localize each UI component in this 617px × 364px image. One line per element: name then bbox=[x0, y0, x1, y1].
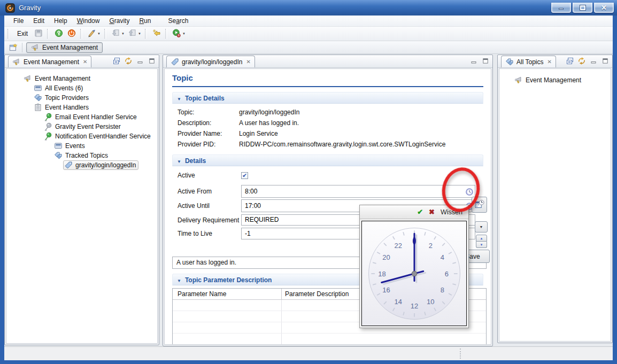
status-bar bbox=[4, 346, 613, 360]
menu-gravity[interactable]: Gravity bbox=[104, 16, 134, 26]
topics-tree: Event Management bbox=[499, 69, 611, 85]
svg-text:4: 4 bbox=[440, 253, 444, 261]
import-button[interactable] bbox=[110, 28, 126, 40]
active-from-value: 8:00 bbox=[245, 188, 257, 195]
cancel-button[interactable]: ✖ bbox=[429, 208, 435, 216]
run-button[interactable] bbox=[171, 28, 187, 40]
section-details[interactable]: Details bbox=[172, 154, 483, 166]
tree-item-label: Tracked Topics bbox=[65, 152, 108, 159]
svg-text:16: 16 bbox=[382, 285, 390, 293]
svg-text:20: 20 bbox=[382, 253, 390, 261]
open-perspective-button[interactable] bbox=[9, 43, 18, 52]
active-checkbox[interactable] bbox=[241, 172, 248, 179]
tree-item[interactable]: Event Management bbox=[499, 75, 611, 85]
perspective-event-management[interactable]: Event Management bbox=[26, 42, 103, 53]
annotate-button[interactable] bbox=[86, 28, 102, 40]
menu-run[interactable]: Run bbox=[134, 16, 156, 26]
minimize-editor-button[interactable] bbox=[469, 56, 479, 66]
minimize-view-button[interactable] bbox=[135, 56, 145, 66]
megaphone-icon bbox=[31, 43, 40, 52]
time-to-live-spinner bbox=[476, 235, 487, 248]
events-icon bbox=[34, 84, 42, 92]
close-icon: ✕ bbox=[601, 4, 607, 11]
minimize-view-button[interactable] bbox=[589, 56, 598, 66]
window-title: Gravity bbox=[19, 4, 41, 12]
refresh-button[interactable] bbox=[577, 56, 587, 66]
delivery-requirement-label: Delivery Requirement bbox=[178, 216, 241, 224]
link-with-editor-button[interactable] bbox=[124, 56, 133, 66]
tags-icon bbox=[34, 94, 42, 102]
section-topic-details[interactable]: Topic Details bbox=[172, 92, 483, 104]
tree-item[interactable]: Email Event Handler Service bbox=[6, 112, 157, 122]
column-parameter-name[interactable]: Parameter Name bbox=[173, 289, 282, 299]
menu-help[interactable]: Help bbox=[49, 16, 72, 26]
maximize-button[interactable] bbox=[573, 3, 592, 13]
collapse-all-button[interactable] bbox=[565, 56, 575, 66]
active-from-label: Active From bbox=[178, 188, 241, 195]
tab-gravity-login-loggedin[interactable]: gravity/login/loggedIn bbox=[166, 56, 255, 67]
tree-item[interactable]: Topic Providers bbox=[6, 93, 157, 103]
tree-item[interactable]: Gravity Event Persister bbox=[6, 122, 157, 131]
tab-event-management[interactable]: Event Management bbox=[8, 56, 91, 67]
tree-item[interactable]: Notification EventHandler Service bbox=[6, 131, 157, 141]
view-title: All Topics bbox=[516, 58, 543, 66]
close-icon[interactable] bbox=[547, 59, 551, 65]
stop-service-button[interactable] bbox=[65, 28, 78, 40]
explorer-view: Event Management Event ManagementAll Eve… bbox=[4, 55, 159, 345]
topic-detail-row: Provider PID:RIDDW-PC/com.remainsoftware… bbox=[178, 139, 483, 150]
menu-bar: FileEditHelpWindowGravityRunSearch bbox=[4, 16, 613, 27]
tree-item[interactable]: Tracked Topics bbox=[6, 151, 157, 160]
export-button[interactable] bbox=[126, 28, 143, 40]
explorer-view-header: Event Management bbox=[5, 55, 159, 68]
exit-button[interactable]: Exit bbox=[13, 28, 32, 40]
dropdown-arrow-icon[interactable] bbox=[97, 32, 101, 35]
tree-item[interactable]: Events bbox=[6, 141, 157, 151]
tag-icon bbox=[171, 58, 179, 66]
dropdown-arrow-icon[interactable] bbox=[182, 32, 186, 35]
active-from-input[interactable]: 8:00 bbox=[241, 185, 475, 198]
close-icon[interactable] bbox=[83, 59, 87, 65]
tree-item[interactable]: Event Management bbox=[6, 74, 157, 83]
tags-icon bbox=[54, 151, 63, 160]
detail-value: Login Service bbox=[239, 130, 278, 137]
perspective-label: Event Management bbox=[42, 44, 98, 51]
maximize-view-button[interactable] bbox=[147, 56, 157, 66]
dropdown-arrow-icon[interactable] bbox=[138, 32, 141, 35]
dropdown-arrow-icon[interactable] bbox=[121, 32, 125, 35]
svg-text:6: 6 bbox=[444, 269, 448, 277]
confirm-button[interactable]: ✔ bbox=[417, 208, 423, 216]
separator bbox=[22, 43, 22, 52]
editor-tab-title: gravity/login/loggedIn bbox=[182, 58, 242, 66]
close-button[interactable]: ✕ bbox=[594, 3, 614, 13]
save-toolbar-button[interactable] bbox=[32, 28, 45, 40]
tree-item[interactable]: Event Handlers bbox=[6, 103, 157, 112]
title-bar[interactable]: Gravity ✕ bbox=[0, 0, 617, 16]
megaphone-icon bbox=[24, 74, 32, 83]
close-icon[interactable] bbox=[246, 59, 250, 65]
back-button[interactable] bbox=[150, 28, 163, 40]
status-drag-handle[interactable] bbox=[460, 348, 461, 359]
analog-clock[interactable]: 0246810121416182022 bbox=[363, 222, 466, 325]
maximize-view-button[interactable] bbox=[600, 56, 610, 66]
tree-item[interactable]: gravity/login/loggedIn bbox=[6, 160, 157, 170]
spinner-up-button[interactable] bbox=[476, 235, 487, 242]
megaphone-icon bbox=[514, 76, 523, 84]
tree-item[interactable]: All Events (6) bbox=[6, 83, 157, 93]
menu-window[interactable]: Window bbox=[72, 16, 105, 26]
tab-all-topics[interactable]: All Topics bbox=[501, 56, 556, 67]
toolbar-grip bbox=[104, 29, 106, 38]
minimize-button[interactable] bbox=[551, 3, 571, 13]
menu-search[interactable]: Search bbox=[163, 16, 193, 26]
editor-tab-bar: gravity/login/loggedIn bbox=[163, 55, 492, 68]
svg-text:18: 18 bbox=[378, 269, 385, 277]
maximize-editor-button[interactable] bbox=[481, 56, 490, 66]
delivery-dropdown-button[interactable] bbox=[475, 221, 488, 233]
menu-file[interactable]: File bbox=[9, 16, 28, 26]
menu-edit[interactable]: Edit bbox=[28, 16, 49, 26]
toolbar-grip bbox=[47, 29, 49, 38]
collapse-all-button[interactable] bbox=[112, 56, 121, 66]
start-service-button[interactable] bbox=[52, 28, 65, 40]
topic-details-rows: Topic:gravity/login/loggedInDescription:… bbox=[172, 104, 483, 150]
maximize-icon bbox=[580, 5, 585, 10]
spinner-down-button[interactable] bbox=[476, 242, 487, 248]
